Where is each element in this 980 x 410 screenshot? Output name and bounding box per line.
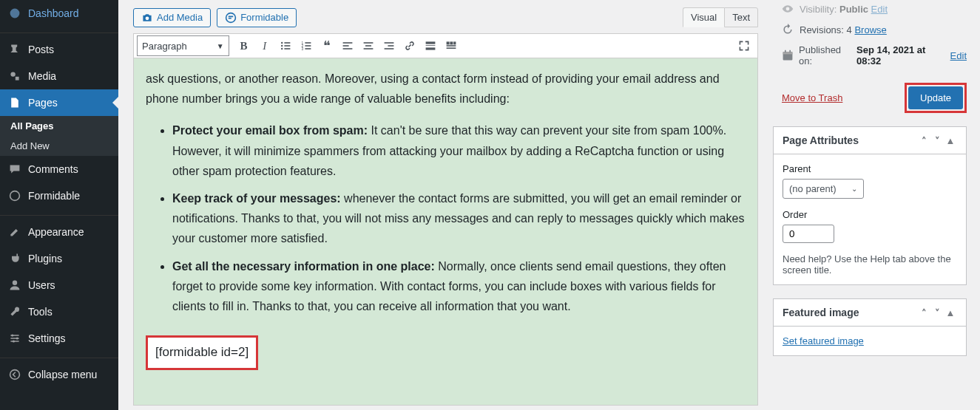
sidebar-item-posts[interactable]: Posts xyxy=(0,36,118,63)
svg-rect-41 xyxy=(789,50,791,52)
brush-icon xyxy=(7,225,22,239)
move-to-trash-link[interactable]: Move to Trash xyxy=(782,92,842,103)
svg-rect-27 xyxy=(384,42,393,44)
label: Dashboard xyxy=(28,7,79,19)
add-media-button[interactable]: Add Media xyxy=(133,8,211,27)
svg-rect-21 xyxy=(342,42,352,44)
svg-rect-32 xyxy=(425,47,435,49)
editor-mode-tabs: Visual Text xyxy=(683,7,758,27)
featured-image-panel: Featured image ˄ ˅ ▲ Set featured image xyxy=(773,298,967,356)
sidebar-item-tools[interactable]: Tools xyxy=(0,298,118,325)
visibility-row: Visibility: Public Edit xyxy=(782,0,967,21)
parent-label: Parent xyxy=(783,163,957,174)
featured-image-header[interactable]: Featured image ˄ ˅ ▲ xyxy=(774,299,966,327)
editor-toolbar: Paragraph ▼ B I 123 ❝ xyxy=(133,33,758,58)
page-attributes-header[interactable]: Page Attributes ˄ ˅ ▲ xyxy=(774,127,966,154)
svg-point-7 xyxy=(146,16,149,20)
sidebar-item-plugins[interactable]: Plugins xyxy=(0,245,118,272)
label: Formidable xyxy=(240,12,288,23)
editor-content[interactable]: ask questions, or another reason. Moreov… xyxy=(133,58,758,406)
intro-paragraph: ask questions, or another reason. Moreov… xyxy=(146,69,746,109)
move-down-icon[interactable]: ˅ xyxy=(930,307,944,318)
svg-rect-39 xyxy=(783,52,793,54)
svg-rect-14 xyxy=(284,48,290,49)
benefits-list: Protect your email box from spam: It can… xyxy=(172,120,746,316)
list-item: Keep track of your messages: whenever th… xyxy=(172,188,746,249)
number-list-button[interactable]: 123 xyxy=(296,35,317,56)
toolbar-toggle-button[interactable] xyxy=(441,35,462,56)
svg-point-9 xyxy=(281,42,283,44)
align-right-button[interactable] xyxy=(379,35,399,56)
plug-icon xyxy=(7,251,22,266)
fullscreen-button[interactable] xyxy=(734,35,754,56)
sidebar-item-dashboard[interactable]: Dashboard xyxy=(0,0,118,27)
order-label: Order xyxy=(783,209,957,220)
label: Posts xyxy=(28,44,54,55)
editor-column: Add Media Formidable Visual Text Paragra… xyxy=(118,0,773,410)
order-input[interactable] xyxy=(783,225,834,243)
svg-rect-37 xyxy=(446,47,456,49)
tab-text[interactable]: Text xyxy=(724,7,758,27)
calendar-icon xyxy=(782,49,794,61)
formidable-button[interactable]: Formidable xyxy=(217,8,297,27)
read-more-button[interactable] xyxy=(420,35,441,56)
align-center-button[interactable] xyxy=(358,35,379,56)
svg-text:3: 3 xyxy=(301,47,303,51)
svg-point-13 xyxy=(281,48,283,49)
blockquote-button[interactable]: ❝ xyxy=(317,35,337,56)
svg-rect-12 xyxy=(284,45,290,47)
svg-rect-20 xyxy=(305,48,311,49)
shortcode-text: [formidable id=2] xyxy=(155,345,249,359)
italic-button[interactable]: I xyxy=(254,35,275,56)
move-down-icon[interactable]: ˅ xyxy=(930,135,944,146)
sidebar-sub-add-new[interactable]: Add New xyxy=(0,136,118,156)
media-icon xyxy=(7,69,22,83)
sidebar-item-media[interactable]: Media xyxy=(0,63,118,89)
format-select[interactable]: Paragraph ▼ xyxy=(137,35,229,56)
sidebar-item-appearance[interactable]: Appearance xyxy=(0,219,118,245)
svg-rect-16 xyxy=(305,42,311,44)
sidebar-submenu-pages: All Pages Add New xyxy=(0,116,118,156)
formidable-icon xyxy=(225,12,237,24)
chevron-down-icon: ⌄ xyxy=(851,185,857,193)
update-button[interactable]: Update xyxy=(908,86,963,109)
label: Appearance xyxy=(28,226,84,238)
link-button[interactable] xyxy=(399,35,420,56)
svg-rect-10 xyxy=(284,42,290,44)
move-up-icon[interactable]: ˄ xyxy=(917,135,930,146)
update-highlight: Update xyxy=(905,83,967,113)
bold-button[interactable]: B xyxy=(234,35,254,56)
toggle-icon[interactable]: ▲ xyxy=(944,307,957,318)
sidebar-sub-all-pages[interactable]: All Pages xyxy=(0,116,118,136)
label: Plugins xyxy=(28,253,62,264)
sliders-icon xyxy=(7,331,22,346)
page-attributes-panel: Page Attributes ˄ ˅ ▲ Parent (no parent)… xyxy=(773,126,967,285)
sidebar-item-users[interactable]: Users xyxy=(0,272,118,298)
move-up-icon[interactable]: ˄ xyxy=(917,307,930,318)
sidebar-item-settings[interactable]: Settings xyxy=(0,325,118,352)
list-item: Protect your email box from spam: It can… xyxy=(172,120,746,181)
set-featured-image-link[interactable]: Set featured image xyxy=(783,335,864,346)
align-left-button[interactable] xyxy=(337,35,358,56)
svg-rect-22 xyxy=(342,45,348,47)
svg-rect-29 xyxy=(384,48,393,49)
svg-rect-30 xyxy=(425,41,435,44)
sidebar-item-formidable[interactable]: Formidable xyxy=(0,182,118,209)
sidebar-collapse[interactable]: Collapse menu xyxy=(0,361,118,388)
svg-rect-34 xyxy=(450,41,453,44)
eye-icon xyxy=(782,3,795,15)
revisions-icon xyxy=(782,24,795,35)
bullet-list-button[interactable] xyxy=(275,35,296,56)
label: Formidable xyxy=(28,190,80,202)
parent-select[interactable]: (no parent) ⌄ xyxy=(783,179,864,199)
sidebar-item-pages[interactable]: Pages xyxy=(0,89,118,116)
visibility-edit-link[interactable]: Edit xyxy=(871,4,888,15)
revisions-browse-link[interactable]: Browse xyxy=(854,24,886,35)
published-edit-link[interactable]: Edit xyxy=(950,50,967,61)
toggle-icon[interactable]: ▲ xyxy=(944,135,957,146)
label: Collapse menu xyxy=(28,369,97,380)
svg-point-3 xyxy=(11,334,13,336)
tab-visual[interactable]: Visual xyxy=(683,7,724,27)
svg-rect-23 xyxy=(342,48,352,49)
sidebar-item-comments[interactable]: Comments xyxy=(0,156,118,182)
